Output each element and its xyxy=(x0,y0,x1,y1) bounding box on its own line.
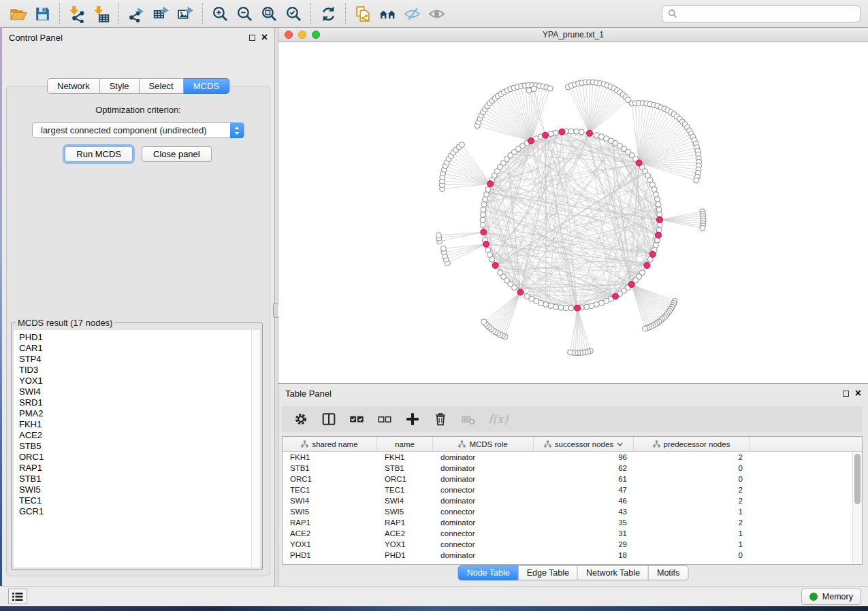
table-row[interactable]: RAP1RAP1dominator352 xyxy=(283,517,862,528)
table-cell[interactable]: connector xyxy=(433,528,534,539)
table-cell[interactable]: connector xyxy=(433,484,534,495)
table-cell[interactable]: SWI5 xyxy=(283,506,377,517)
table-cell[interactable]: RAP1 xyxy=(283,517,377,528)
table-cell[interactable]: 61 xyxy=(534,474,634,484)
table-row[interactable]: ACE2ACE2connector311 xyxy=(283,528,862,539)
import-network-button[interactable] xyxy=(65,3,89,24)
mcds-result-item[interactable]: GCR1 xyxy=(19,506,260,517)
list-scrollbar[interactable] xyxy=(251,330,260,567)
table-cell[interactable]: ACE2 xyxy=(283,528,377,539)
table-cell[interactable]: ORC1 xyxy=(283,474,377,484)
table-cell[interactable]: STB1 xyxy=(283,463,377,474)
table-row[interactable]: ORC1ORC1dominator610 xyxy=(283,474,862,484)
table-cell[interactable]: FKH1 xyxy=(377,452,433,463)
table-cell[interactable]: YOX1 xyxy=(377,539,433,550)
table-row[interactable]: SWI4SWI4dominator462 xyxy=(283,495,862,506)
close-panel-icon[interactable]: × xyxy=(855,390,861,397)
tab-motifs[interactable]: Motifs xyxy=(649,565,688,580)
table-cell[interactable]: PHD1 xyxy=(283,550,377,561)
show-all-button[interactable] xyxy=(424,3,449,24)
first-neighbors-button[interactable] xyxy=(375,3,400,24)
mcds-result-item[interactable]: PMA2 xyxy=(19,408,260,419)
function-builder-icon[interactable]: f(x) xyxy=(488,412,508,426)
table-cell[interactable]: ORC1 xyxy=(377,474,433,484)
mcds-result-item[interactable]: STB5 xyxy=(19,441,260,452)
mcds-result-item[interactable]: SWI4 xyxy=(19,386,260,397)
criterion-select[interactable]: largest connected component (undirected) xyxy=(32,122,244,138)
tab-network-table[interactable]: Network Table xyxy=(578,565,649,580)
mcds-result-item[interactable]: TID3 xyxy=(19,365,260,376)
search-input[interactable] xyxy=(681,9,854,19)
mcds-result-listbox[interactable]: PHD1CAR1STP4TID3YOX1SWI4SRD1PMA2FKH1ACE2… xyxy=(14,330,260,567)
tab-node-table[interactable]: Node Table xyxy=(458,565,519,580)
table-cell[interactable]: 2 xyxy=(634,517,750,528)
table-cell[interactable]: 0 xyxy=(634,550,750,561)
search-box[interactable] xyxy=(662,5,861,22)
table-cell[interactable]: ACE2 xyxy=(377,528,433,539)
tab-edge-table[interactable]: Edge Table xyxy=(519,565,578,580)
select-all-icon[interactable] xyxy=(349,411,365,427)
float-panel-icon[interactable] xyxy=(843,391,849,397)
table-row[interactable]: TEC1TEC1connector472 xyxy=(283,484,862,495)
column-header-predecessor-nodes[interactable]: predecessor nodes xyxy=(634,437,750,451)
gear-icon[interactable] xyxy=(293,411,309,427)
save-session-button[interactable] xyxy=(30,3,54,24)
mcds-result-item[interactable]: STB1 xyxy=(19,474,260,484)
table-cell[interactable]: 1 xyxy=(634,506,750,517)
table-cell[interactable]: 0 xyxy=(634,463,750,474)
table-cell[interactable]: RAP1 xyxy=(377,517,433,528)
table-row[interactable]: PHD1PHD1dominator180 xyxy=(283,550,862,561)
table-cell[interactable]: 31 xyxy=(534,528,634,539)
mcds-result-item[interactable]: YOX1 xyxy=(19,376,260,386)
table-cell[interactable]: 0 xyxy=(634,474,750,484)
mcds-result-item[interactable]: PHD1 xyxy=(19,332,260,343)
table-cell[interactable]: TEC1 xyxy=(283,484,377,495)
table-cell[interactable]: dominator xyxy=(433,463,534,474)
network-graph[interactable] xyxy=(278,42,868,383)
table-scrollbar[interactable] xyxy=(852,452,862,564)
open-file-button[interactable] xyxy=(5,3,30,24)
column-header-shared-name[interactable]: shared name xyxy=(283,437,377,451)
refresh-button[interactable] xyxy=(316,3,340,24)
mcds-result-item[interactable]: FKH1 xyxy=(19,419,260,430)
memory-button[interactable]: Memory xyxy=(801,589,861,605)
table-cell[interactable]: SWI4 xyxy=(283,495,377,506)
table-cell[interactable]: 62 xyxy=(534,463,634,474)
close-panel-icon[interactable]: × xyxy=(261,34,268,41)
float-panel-icon[interactable] xyxy=(249,35,255,41)
table-cell[interactable]: 2 xyxy=(634,484,750,495)
mcds-result-item[interactable]: RAP1 xyxy=(19,463,260,474)
maximize-window-icon[interactable] xyxy=(312,31,320,39)
table-cell[interactable]: dominator xyxy=(433,550,534,561)
tab-select[interactable]: Select xyxy=(140,78,184,94)
zoom-out-button[interactable] xyxy=(232,3,257,24)
table-cell[interactable]: STB1 xyxy=(377,463,433,474)
mcds-result-item[interactable]: ACE2 xyxy=(19,430,260,441)
close-panel-button[interactable]: Close panel xyxy=(142,146,212,162)
export-image-button[interactable] xyxy=(173,3,197,24)
network-titlebar[interactable]: YPA_prune.txt_1 xyxy=(278,28,868,42)
table-cell[interactable]: TEC1 xyxy=(377,484,433,495)
table-row[interactable]: SWI5SWI5connector431 xyxy=(283,506,862,517)
clone-network-button[interactable] xyxy=(351,3,375,24)
table-cell[interactable]: 29 xyxy=(534,539,634,550)
table-row[interactable]: YOX1YOX1connector291 xyxy=(283,539,862,550)
zoom-in-button[interactable] xyxy=(208,3,232,24)
close-window-icon[interactable] xyxy=(285,31,293,39)
mcds-result-item[interactable]: SRD1 xyxy=(19,397,260,408)
mcds-result-item[interactable]: STP4 xyxy=(19,354,260,365)
export-table-button[interactable] xyxy=(148,3,173,24)
table-cell[interactable]: 47 xyxy=(534,484,634,495)
table-cell[interactable]: dominator xyxy=(433,474,534,484)
table-cell[interactable]: 18 xyxy=(534,550,634,561)
column-header-successor-nodes[interactable]: successor nodes xyxy=(534,437,634,451)
table-cell[interactable]: dominator xyxy=(433,495,534,506)
delete-icon[interactable] xyxy=(432,411,449,427)
table-cell[interactable]: FKH1 xyxy=(283,452,377,463)
table-cell[interactable]: YOX1 xyxy=(283,539,377,550)
tab-network[interactable]: Network xyxy=(47,78,100,94)
import-table-button[interactable] xyxy=(89,3,114,24)
table-cell[interactable]: dominator xyxy=(433,452,534,463)
mcds-result-item[interactable]: SWI5 xyxy=(19,484,260,495)
mcds-result-item[interactable]: TEC1 xyxy=(19,495,260,506)
